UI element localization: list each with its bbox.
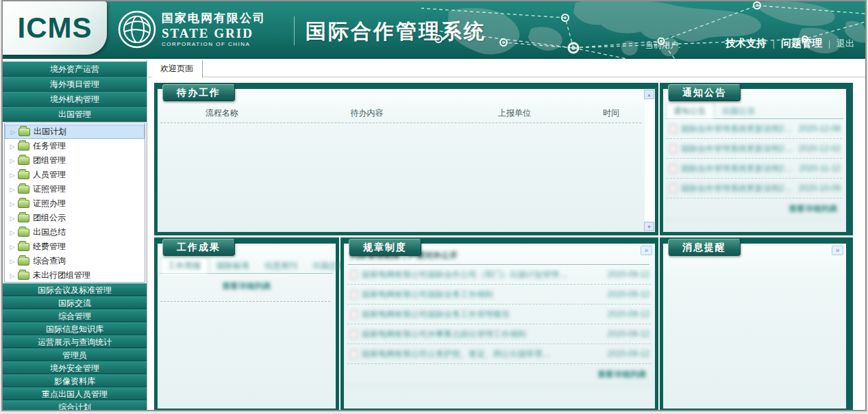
subtab-work-briefing[interactable]: 工作简报 bbox=[160, 257, 209, 274]
sidebar-section-administrator[interactable]: 管理员 bbox=[3, 348, 147, 361]
todo-scrollbar-track[interactable]: ▲ ▼ bbox=[645, 89, 655, 232]
subtab-abroad-publicity[interactable]: 出国公示 bbox=[715, 103, 762, 118]
notice-item[interactable]: 国际合作管理系统更新说明20201208 2020-12-08 bbox=[667, 119, 842, 139]
panel-work-results: 工作成果 工作简报 国际标准 信息期刊 出国总结 查看详细列表 bbox=[154, 237, 339, 411]
notice-item-title: 国际合作管理系统更新说明20201208 bbox=[681, 123, 797, 135]
document-icon bbox=[669, 164, 677, 173]
todo-table-header: 流程名称 待办内容 上报单位 时间 bbox=[159, 107, 643, 119]
notice-item-date: 2020-12-08 bbox=[797, 124, 842, 133]
tree-expand-icon[interactable]: ▷ bbox=[8, 215, 16, 222]
rules-item-title: 国家电网有限公司外事重点岗位管理工作细则 bbox=[362, 328, 606, 340]
sidebar-section-intl-meetings[interactable]: 国际会议及标准管理 bbox=[3, 283, 147, 296]
notice-item-date: 2020-12-02 bbox=[797, 144, 842, 153]
icms-logo: ICMS bbox=[3, 1, 107, 55]
tree-expand-icon[interactable]: ▷ bbox=[8, 272, 16, 279]
tree-item-label: 出国总结 bbox=[33, 227, 66, 238]
rules-item[interactable]: 国家电网有限公司国际业务工作细则 2020-09-12 bbox=[347, 285, 651, 305]
tree-item-comprehensive-query[interactable]: ▷ 综合查询 bbox=[5, 254, 145, 268]
document-icon bbox=[350, 290, 358, 299]
notice-item[interactable]: 国际合作管理系统更新说明20201112 2020-11-12 bbox=[667, 159, 842, 179]
tree-expand-icon[interactable]: ▷ bbox=[9, 129, 17, 135]
panel-todo-title: 待办工作 bbox=[162, 84, 235, 101]
subtab-notice[interactable]: 通知公告 bbox=[665, 103, 715, 119]
sidebar-section-overseas-security[interactable]: 境外安全管理 bbox=[3, 361, 147, 374]
tree-expand-icon[interactable]: ▷ bbox=[8, 229, 16, 236]
folder-icon bbox=[18, 214, 29, 222]
results-separator bbox=[160, 301, 330, 302]
rules-item-title: 国家电网有限公司国际业务工作细则 bbox=[362, 289, 606, 300]
sidebar-section-overseas-assets[interactable]: 境外资产运营 bbox=[3, 62, 147, 77]
tree-item-abroad-summary[interactable]: ▷ 出国总结 bbox=[5, 225, 145, 240]
sidebar-section-abroad-management[interactable]: 出国管理 bbox=[3, 107, 147, 122]
notice-item-title: 国际合作管理系统更新说明20201202 bbox=[681, 143, 797, 155]
tree-item-label: 经费管理 bbox=[33, 241, 66, 253]
current-user-label: 当前用户: bbox=[645, 40, 680, 51]
scroll-down-button[interactable]: ▼ bbox=[644, 222, 654, 231]
tab-welcome-page[interactable]: 欢迎页面 bbox=[151, 60, 203, 77]
folder-icon bbox=[18, 142, 29, 151]
rules-item[interactable]: 国家电网有限公司外事重点岗位管理工作细则 2020-09-12 bbox=[347, 324, 651, 344]
messages-expand-icon[interactable]: » bbox=[832, 246, 843, 255]
results-view-details-link[interactable]: 查看详细列表 bbox=[158, 274, 336, 298]
notice-view-details-link[interactable]: 查看详细列表 bbox=[667, 198, 842, 220]
notice-item[interactable]: 国际合作管理系统更新说明20201202 2020-12-02 bbox=[667, 139, 842, 159]
tree-item-untraveled-groups[interactable]: ▷ 未出行团组管理 bbox=[5, 268, 145, 283]
tree-expand-icon[interactable]: ▷ bbox=[8, 258, 16, 265]
todo-col-time: 时间 bbox=[580, 107, 643, 119]
sidebar-section-overseas-orgs[interactable]: 境外机构管理 bbox=[3, 92, 147, 107]
company-name-sub: CORPORATION OF CHINA bbox=[162, 42, 266, 48]
tree-item-funds-management[interactable]: ▷ 经费管理 bbox=[5, 240, 145, 254]
link-separator: | bbox=[773, 39, 775, 49]
tree-item-certificate-processing[interactable]: ▷ 证照办理 bbox=[5, 196, 145, 211]
tree-item-abroad-plan[interactable]: ▷ 出国计划 bbox=[5, 125, 145, 139]
tree-expand-icon[interactable]: ▷ bbox=[8, 186, 16, 193]
subtab-intl-standards[interactable]: 国际标准 bbox=[209, 258, 257, 273]
sidebar-section-overseas-projects[interactable]: 海外项目管理 bbox=[3, 77, 147, 92]
document-icon bbox=[350, 310, 358, 319]
sidebar-section-media-library[interactable]: 影像资料库 bbox=[3, 374, 147, 387]
tree-item-group-management[interactable]: ▷ 团组管理 bbox=[5, 153, 145, 168]
sidebar-section-intl-exchange[interactable]: 国际交流 bbox=[3, 296, 147, 309]
panel-message-reminders: 消息提醒 » bbox=[660, 237, 853, 411]
logout-link[interactable]: 退出 bbox=[836, 38, 854, 50]
panel-rules: 规章制度 » 内部管理制度，严禁对外公开 国家电网有限公司国际合作公司（部门）出… bbox=[340, 237, 658, 411]
rules-item-title: 国家电网有限公司国际合作公司（部门）出国计划管理… bbox=[362, 269, 606, 281]
rules-item[interactable]: 国家电网有限公司公务护照、签证、因公出国审查… 2020-09-12 bbox=[347, 344, 651, 364]
tree-item-group-publicity[interactable]: ▷ 团组公示 bbox=[5, 211, 145, 225]
folder-icon bbox=[18, 185, 29, 194]
tree-item-certificate-management[interactable]: ▷ 证照管理 bbox=[5, 182, 145, 196]
sidebar-section-operation-display[interactable]: 运营展示与查询统计 bbox=[3, 335, 147, 348]
rules-item[interactable]: 国家电网有限公司国际合作公司（部门）出国计划管理… 2020-09-12 bbox=[347, 265, 651, 285]
subtab-info-periodical[interactable]: 信息期刊 bbox=[257, 258, 305, 273]
tree-expand-icon[interactable]: ▷ bbox=[8, 157, 16, 164]
sidebar-section-comprehensive-plan[interactable]: 综合计划 bbox=[3, 400, 147, 411]
document-icon bbox=[350, 270, 358, 279]
tree-item-label: 证照办理 bbox=[33, 198, 66, 209]
todo-header-separator bbox=[160, 122, 641, 123]
rules-view-details-link[interactable]: 查看详细列表 bbox=[347, 364, 651, 385]
issue-management-link[interactable]: 问题管理 bbox=[781, 37, 822, 50]
panel-notice-title: 通知公告 bbox=[668, 84, 741, 101]
sidebar-section-intl-knowledge-base[interactable]: 国际信息知识库 bbox=[3, 322, 147, 335]
app-window: ICMS 国家电网有限公司 STATE GRID CORPORATION OF … bbox=[1, 0, 867, 411]
folder-icon bbox=[18, 272, 29, 280]
folder-icon bbox=[18, 200, 29, 208]
tech-support-link[interactable]: 技术支持 bbox=[726, 37, 767, 50]
document-icon bbox=[669, 144, 677, 153]
scroll-up-button[interactable]: ▲ bbox=[644, 90, 654, 99]
notice-item[interactable]: 国际合作管理系统更新说明20201009 2020-10-09 bbox=[667, 179, 842, 198]
sidebar-section-comprehensive-management[interactable]: 综合管理 bbox=[3, 309, 147, 322]
tree-item-task-management[interactable]: ▷ 任务管理 bbox=[5, 139, 145, 153]
tree-item-personnel-management[interactable]: ▷ 人员管理 bbox=[5, 168, 145, 182]
folder-icon bbox=[18, 257, 29, 266]
results-subtabs: 工作简报 国际标准 信息期刊 出国总结 bbox=[160, 258, 333, 274]
tree-expand-icon[interactable]: ▷ bbox=[8, 200, 16, 207]
document-icon bbox=[669, 125, 677, 133]
tree-expand-icon[interactable]: ▷ bbox=[8, 172, 16, 179]
rules-item-date: 2020-09-12 bbox=[606, 270, 651, 279]
state-grid-logo-icon bbox=[118, 10, 156, 49]
rules-item[interactable]: 国家电网有限公司国际业务工作管理规范 2020-09-12 bbox=[347, 305, 651, 324]
tree-expand-icon[interactable]: ▷ bbox=[8, 143, 16, 150]
sidebar-section-key-personnel[interactable]: 重点出国人员管理 bbox=[3, 387, 147, 400]
tree-expand-icon[interactable]: ▷ bbox=[8, 244, 16, 250]
